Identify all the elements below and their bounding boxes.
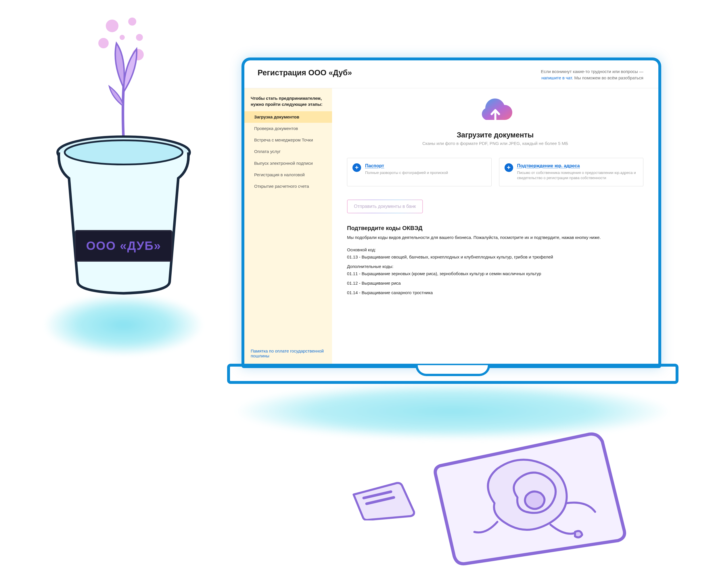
help-chat-link[interactable]: напишите в чат.	[541, 75, 573, 80]
svg-point-4	[120, 35, 125, 40]
help-suffix: Мы поможем во всём разобраться	[574, 75, 643, 80]
pot-body-icon	[55, 135, 193, 296]
id-card-icon	[348, 471, 423, 521]
sidebar: Чтобы стать предпринимателем, нужно прой…	[245, 88, 332, 365]
page-title: Регистрация ООО «Дуб»	[258, 68, 352, 77]
upload-subtitle: Сканы или фото в формате PDF, PNG или JP…	[347, 141, 643, 146]
sidebar-item-upload-docs[interactable]: Загрузка документов	[245, 111, 332, 123]
sidebar-item-label: Загрузка документов	[254, 114, 299, 119]
plus-icon: +	[353, 163, 361, 172]
pot-label-text: ООО «ДУБ»	[86, 239, 161, 253]
plus-icon: +	[505, 163, 513, 172]
sidebar-item-payment[interactable]: Оплата услуг	[245, 146, 332, 157]
okved-intro: Мы подобрали коды видов деятельности для…	[347, 234, 643, 241]
tablet-illustration-icon	[423, 425, 630, 566]
okved-extra-code: 01.11 - Выращивание зерновых (кроме риса…	[347, 271, 643, 276]
plant-pot-illustration: ООО «ДУБ»	[31, 17, 216, 362]
laptop-notch	[416, 365, 490, 376]
submit-documents-button[interactable]: Отправить документы в банк	[347, 200, 423, 213]
sidebar-item-e-signature[interactable]: Выпуск электронной подписи	[245, 158, 332, 169]
doc-card-desc: Письмо от собственника помещения о предо…	[517, 170, 638, 181]
upload-title: Загрузите документы	[347, 131, 643, 139]
okved-main-code: 01.13 - Выращивание овощей, бахчевых, ко…	[347, 254, 643, 259]
svg-point-7	[65, 140, 183, 165]
pot-shadow	[43, 293, 204, 357]
plant-icon	[95, 17, 152, 141]
laptop-illustration: Регистрация ООО «Дуб» Если возникнут как…	[227, 58, 678, 446]
sidebar-item-label: Выпуск электронной подписи	[254, 161, 313, 166]
sidebar-item-manager-meeting[interactable]: Встреча с менеджером Точки	[245, 134, 332, 146]
help-text: Если возникнут какие-то трудности или во…	[541, 68, 643, 81]
svg-point-3	[136, 34, 143, 41]
sidebar-item-label: Проверка документов	[254, 126, 298, 131]
okved-extra-label: Дополнительные коды:	[347, 264, 643, 269]
sidebar-item-check-docs[interactable]: Проверка документов	[245, 123, 332, 134]
doc-card-desc: Полные развороты с фотографией и прописк…	[365, 170, 448, 176]
doc-card-title: Подтверждение юр. адреса	[517, 163, 638, 168]
okved-extra-code: 01.14 - Выращивание сахарного тростника	[347, 290, 643, 295]
okved-main-label: Основной код:	[347, 247, 643, 252]
doc-card-address-proof[interactable]: + Подтверждение юр. адреса Письмо от соб…	[499, 158, 644, 187]
sidebar-item-label: Встреча с менеджером Точки	[254, 138, 313, 142]
okved-title: Подтвердите коды ОКВЭД	[347, 225, 643, 231]
doc-card-title: Паспорт	[365, 163, 448, 168]
app-root: Регистрация ООО «Дуб» Если возникнут как…	[245, 60, 658, 365]
cloud-upload-icon	[477, 98, 514, 126]
svg-point-0	[106, 20, 119, 32]
pot-label: ООО «ДУБ»	[75, 230, 172, 261]
app-body: Чтобы стать предпринимателем, нужно прой…	[245, 88, 658, 365]
sidebar-item-tax-registration[interactable]: Регистрация в налоговой	[245, 169, 332, 181]
sidebar-item-label: Регистрация в налоговой	[254, 172, 305, 177]
laptop-screen: Регистрация ООО «Дуб» Если возникнут как…	[241, 58, 661, 368]
sidebar-heading: Чтобы стать предпринимателем, нужно прой…	[245, 95, 332, 111]
svg-point-2	[98, 38, 109, 48]
sidebar-item-label: Открытие расчетного счета	[254, 184, 309, 189]
upload-hero: Загрузите документы Сканы или фото в фор…	[347, 98, 643, 146]
main-content: Загрузите документы Сканы или фото в фор…	[332, 88, 658, 365]
sidebar-footer: Памятка по оплате государственной пошлин…	[245, 345, 332, 361]
fee-memo-link[interactable]: Памятка по оплате государственной пошлин…	[251, 349, 324, 358]
svg-point-1	[128, 18, 136, 26]
help-prefix: Если возникнут какие-то трудности или во…	[541, 69, 643, 74]
sidebar-item-label: Оплата услуг	[254, 149, 280, 154]
okved-extra-code: 01.12 - Выращивание риса	[347, 281, 643, 286]
sidebar-item-open-account[interactable]: Открытие расчетного счета	[245, 181, 332, 192]
okved-section: Подтвердите коды ОКВЭД Мы подобрали коды…	[347, 225, 643, 295]
doc-cards-row: + Паспорт Полные развороты с фотографией…	[347, 158, 643, 187]
doc-card-passport[interactable]: + Паспорт Полные развороты с фотографией…	[347, 158, 492, 187]
app-header: Регистрация ООО «Дуб» Если возникнут как…	[245, 60, 658, 88]
